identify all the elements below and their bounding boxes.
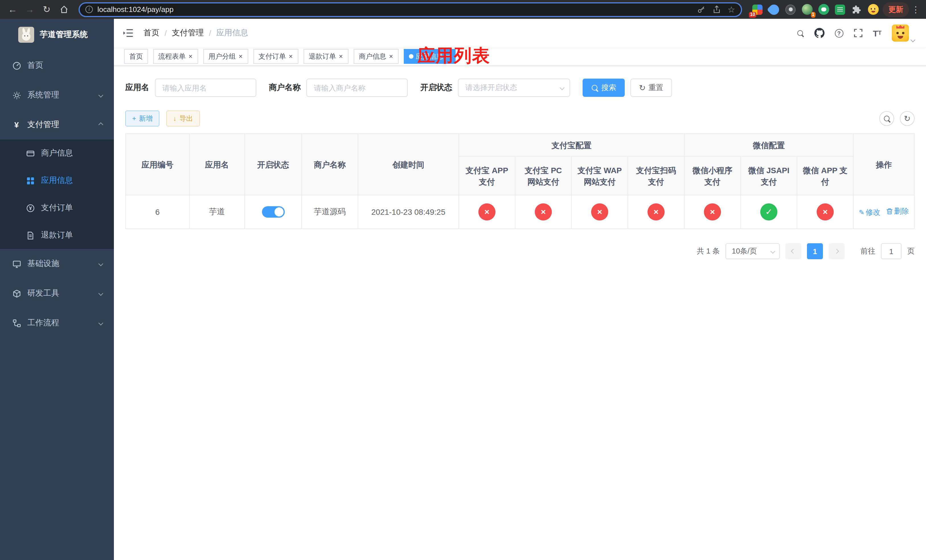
export-button[interactable]: ↓ 导出: [166, 110, 200, 127]
cell-merchant: 芋道源码: [301, 195, 358, 229]
close-tab-icon[interactable]: ×: [288, 53, 293, 60]
hamburger-button[interactable]: [123, 29, 133, 38]
submenu-item-payment-order[interactable]: 支付订单: [0, 194, 114, 222]
extension-badge: 10: [749, 12, 756, 17]
filter-app-name-input[interactable]: [155, 79, 256, 97]
browser-forward-button[interactable]: →: [22, 2, 38, 17]
chevron-down-icon: [98, 93, 103, 98]
fullscreen-icon[interactable]: [853, 29, 862, 38]
avatar-caret-icon[interactable]: [911, 38, 915, 42]
extension-wechat-icon[interactable]: [817, 3, 830, 16]
gear-icon: [11, 91, 22, 100]
screen: ← → ↻ i localhost:1024/pay/app ☆ 10 1: [0, 0, 926, 560]
table-row: 6 芋道 芋道源码 2021-10-23 08:49:25: [126, 195, 914, 229]
filter-form: 应用名 商户名称 开启状态 请选择开启状态: [125, 79, 915, 97]
font-size-icon[interactable]: TT: [873, 29, 882, 37]
annotation-app-list: 应用列表: [418, 44, 490, 68]
sidebar-item-infrastructure[interactable]: 基础设施: [0, 249, 114, 278]
browser-menu-button[interactable]: ⋮: [910, 4, 921, 15]
chevron-up-icon: [98, 123, 103, 127]
site-info-icon[interactable]: i: [85, 6, 93, 13]
help-icon[interactable]: ?: [835, 29, 843, 37]
tab-process-form[interactable]: 流程表单×: [153, 49, 198, 64]
toggle-search-button[interactable]: [879, 111, 894, 126]
status-toggle[interactable]: [262, 206, 284, 218]
submenu-item-refund-order[interactable]: 退款订单: [0, 222, 114, 249]
tab-merchant-info[interactable]: 商户信息×: [354, 49, 399, 64]
breadcrumb-home[interactable]: 首页: [144, 28, 159, 38]
browser-toolbar: ← → ↻ i localhost:1024/pay/app ☆ 10 1: [0, 0, 926, 19]
alipay-wap-status-icon: [591, 203, 608, 221]
page-1-button[interactable]: 1: [807, 243, 823, 259]
browser-home-button[interactable]: [56, 2, 72, 17]
search-button[interactable]: 搜索: [583, 79, 625, 97]
password-key-icon[interactable]: [697, 5, 705, 14]
breadcrumb-app-info: 应用信息: [216, 28, 248, 38]
download-icon: ↓: [173, 115, 177, 123]
card-icon: [25, 149, 35, 157]
yen-icon: ¥: [11, 120, 22, 129]
search-icon[interactable]: [796, 29, 804, 37]
extensions-puzzle-icon[interactable]: [850, 3, 863, 16]
pagination: 共 1 条 10条/页 1 前往 页: [125, 243, 915, 259]
extension-avatar-icon[interactable]: 1: [801, 3, 813, 16]
col-actions: 操作: [853, 133, 914, 195]
submenu-item-app-info[interactable]: 应用信息: [0, 167, 114, 194]
browser-profile-icon[interactable]: [867, 3, 879, 16]
tab-refund-order[interactable]: 退款订单×: [304, 49, 348, 64]
close-tab-icon[interactable]: ×: [338, 53, 343, 60]
col-alipay-pc: 支付宝 PC 网站支付: [515, 156, 572, 195]
toolbox-icon: [11, 289, 22, 298]
share-icon[interactable]: [712, 5, 721, 14]
delete-link[interactable]: 删除: [886, 206, 909, 216]
next-page-button[interactable]: [829, 243, 844, 259]
tab-user-group[interactable]: 用户分组×: [203, 49, 248, 64]
extension-colorful-icon[interactable]: 10: [751, 3, 764, 16]
page-content: 应用名 商户名称 开启状态 请选择开启状态: [114, 66, 926, 560]
chevron-down-icon: [560, 85, 564, 90]
breadcrumb-payment[interactable]: 支付管理: [172, 28, 204, 38]
tab-home[interactable]: 首页: [124, 49, 148, 64]
page-size-select[interactable]: 10条/页: [726, 243, 780, 259]
extensions-tray: 10 1: [749, 3, 882, 16]
col-app-id: 应用编号: [126, 133, 189, 195]
filter-merchant-input[interactable]: [306, 79, 408, 97]
tab-payment-order[interactable]: 支付订单×: [253, 49, 298, 64]
crown-icon: [896, 25, 904, 29]
col-wechat-mini: 微信小程序支付: [684, 156, 741, 195]
add-button[interactable]: + 新增: [125, 110, 159, 127]
github-icon[interactable]: [814, 28, 825, 38]
plus-icon: +: [132, 115, 136, 123]
bookmark-star-icon[interactable]: ☆: [728, 5, 735, 14]
sidebar-item-payment[interactable]: ¥ 支付管理: [0, 110, 114, 139]
reset-button[interactable]: ↻ 重置: [631, 79, 672, 97]
refresh-icon: ↻: [904, 115, 910, 123]
user-avatar[interactable]: [892, 24, 909, 42]
sidebar-item-workflow[interactable]: 工作流程: [0, 308, 114, 338]
submenu-item-merchant-info[interactable]: 商户信息: [0, 139, 114, 167]
chevron-down-icon: [98, 321, 103, 325]
search-icon: [591, 84, 599, 91]
goto-page-unit: 页: [907, 246, 915, 256]
close-tab-icon[interactable]: ×: [238, 53, 243, 60]
extension-dark-icon[interactable]: [784, 3, 797, 16]
filter-status-select[interactable]: 请选择开启状态: [458, 79, 570, 97]
close-tab-icon[interactable]: ×: [188, 53, 193, 60]
edit-link[interactable]: ✎修改: [859, 207, 881, 218]
sidebar: 芋道管理系统 首页 系统管理 ¥ 支付管理: [0, 19, 114, 560]
close-tab-icon[interactable]: ×: [388, 53, 393, 60]
refresh-table-button[interactable]: ↻: [900, 111, 915, 126]
browser-back-button[interactable]: ←: [5, 2, 21, 17]
breadcrumb-separator: /: [165, 29, 167, 38]
sidebar-item-home[interactable]: 首页: [0, 51, 114, 80]
prev-page-button[interactable]: [785, 243, 801, 259]
goto-page-input[interactable]: [881, 243, 902, 259]
browser-update-button[interactable]: 更新: [883, 2, 909, 17]
browser-reload-button[interactable]: ↻: [39, 2, 54, 17]
extension-book-icon[interactable]: [834, 3, 846, 16]
sidebar-item-system[interactable]: 系统管理: [0, 80, 114, 110]
extension-blue-icon[interactable]: [768, 3, 780, 16]
chevron-down-icon: [98, 262, 103, 266]
sidebar-item-devtools[interactable]: 研发工具: [0, 278, 114, 308]
url-bar[interactable]: i localhost:1024/pay/app ☆: [79, 2, 742, 17]
